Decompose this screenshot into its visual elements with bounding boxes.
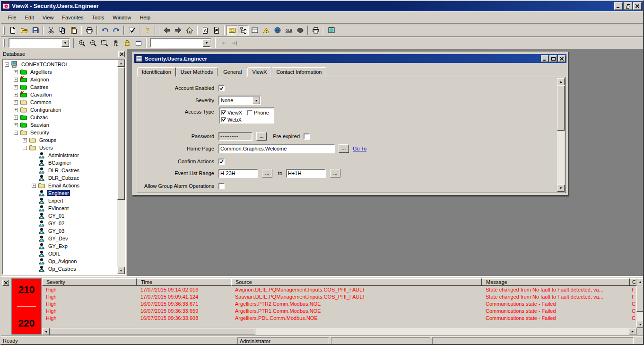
tree-toggle-icon[interactable]: + xyxy=(14,78,18,82)
access-option-phone[interactable]: Phone xyxy=(247,109,269,116)
new-document-button[interactable] xyxy=(7,25,18,35)
tree-item-gy-02[interactable]: GY_02 xyxy=(3,220,117,227)
go-to-link[interactable]: Go To xyxy=(353,146,366,151)
event-range-to-field[interactable] xyxy=(286,169,326,178)
chevron-down-icon[interactable]: ▼ xyxy=(61,39,69,47)
tree-item-engineer[interactable]: Engineer xyxy=(3,189,117,197)
database-bar-button[interactable] xyxy=(226,25,237,35)
menu-edit[interactable]: Edit xyxy=(21,13,38,22)
open-folder-button[interactable] xyxy=(18,25,29,35)
access-option-viewx[interactable]: ViewX xyxy=(221,109,247,116)
tree-item-castres[interactable]: +Castres xyxy=(3,83,117,91)
event-row[interactable]: High16/07/2015 09:36:33.608Argelliers.PD… xyxy=(42,315,636,322)
scroll-down-icon[interactable]: ▼ xyxy=(117,267,125,274)
home-button[interactable] xyxy=(184,25,195,35)
pan-button[interactable] xyxy=(110,38,121,48)
tree-item-configuration[interactable]: +Configuration xyxy=(3,106,117,114)
password-browse-button[interactable]: ... xyxy=(256,132,267,141)
tree-toggle-icon[interactable]: + xyxy=(14,70,18,74)
alarm-panel-close-button[interactable] xyxy=(2,280,9,286)
account-enabled-checkbox[interactable] xyxy=(218,85,225,91)
phone-checkbox[interactable] xyxy=(247,110,253,115)
toolbar-grip[interactable] xyxy=(3,26,5,35)
tree-item-common[interactable]: +Common xyxy=(3,98,117,106)
tree-item-cavaillon[interactable]: +Cavaillon xyxy=(3,91,117,98)
print-preview-button[interactable] xyxy=(84,25,95,35)
column-header-severity[interactable]: Severity xyxy=(42,278,137,286)
tab-identification[interactable]: Identification xyxy=(137,67,176,77)
allow-group-alarm-checkbox[interactable] xyxy=(218,183,225,189)
tree-toggle-icon[interactable]: - xyxy=(5,62,9,67)
event-row[interactable]: High17/07/2015 09:14:02.016Avignon.DEIE.… xyxy=(42,286,636,293)
page-left-button[interactable] xyxy=(218,38,228,48)
full-screen-button[interactable] xyxy=(133,38,144,48)
tree-item-groups[interactable]: +Groups xyxy=(3,136,117,144)
chevron-down-icon[interactable]: ▼ xyxy=(203,39,210,47)
webx-checkbox[interactable] xyxy=(221,117,226,123)
tree-toggle-icon[interactable]: + xyxy=(32,184,36,188)
save-button[interactable] xyxy=(30,25,41,35)
dialog-vertical-scrollbar[interactable]: ▲ ▼ xyxy=(557,78,565,192)
tab-contact-information[interactable]: Contact Information xyxy=(271,67,326,77)
tree-toggle-icon[interactable]: - xyxy=(14,131,18,135)
menu-tools[interactable]: Tools xyxy=(88,13,109,22)
tree-item-argelliers[interactable]: +Argelliers xyxy=(3,68,117,76)
tree-toggle-icon[interactable]: - xyxy=(23,146,27,150)
scroll-down-icon[interactable]: ▼ xyxy=(557,185,565,192)
event-horizontal-scrollbar[interactable]: ◄ ► xyxy=(42,328,636,335)
tree-item-gy-exp[interactable]: GY_Exp xyxy=(3,242,117,250)
tree-item-administrator[interactable]: Administrator xyxy=(3,151,117,159)
back-button[interactable] xyxy=(161,25,172,35)
event-row[interactable]: High17/07/2015 09:09:41.124Sauvian.DEIE.… xyxy=(42,293,636,301)
dialog-scroll-thumb[interactable] xyxy=(557,86,565,131)
minimize-button[interactable] xyxy=(614,2,623,10)
zoom-out-button[interactable] xyxy=(87,38,98,48)
tab-user-methods[interactable]: User Methods xyxy=(176,67,218,77)
dialog-titlebar[interactable]: Security.Users.Engineer xyxy=(134,54,566,63)
edit-check-button[interactable] xyxy=(126,25,137,35)
scroll-right-icon[interactable]: ► xyxy=(629,328,636,335)
help-button[interactable]: ? xyxy=(142,25,153,35)
lock-button[interactable] xyxy=(122,38,132,48)
password-field[interactable] xyxy=(218,132,252,141)
toolbar-combobox[interactable]: ▼ xyxy=(9,38,70,48)
tree-item-gy-dev[interactable]: GY_Dev xyxy=(3,235,117,242)
tree-item-op-avignon[interactable]: Op_Avignon xyxy=(3,257,117,265)
alarm-summary-button[interactable] xyxy=(261,25,271,35)
menu-file[interactable]: File xyxy=(4,13,21,22)
menu-help[interactable]: Help xyxy=(135,13,155,22)
pre-expired-checkbox[interactable] xyxy=(304,133,310,140)
toolbar-grip[interactable] xyxy=(3,39,5,47)
tree-item-gy-03[interactable]: GY_03 xyxy=(3,227,117,235)
tree-item-sauvian[interactable]: +Sauvian xyxy=(3,121,117,129)
tree-item-email-actions[interactable]: +Email Actions xyxy=(3,182,117,189)
restore-button[interactable] xyxy=(624,2,632,10)
tree-item-op-castres[interactable]: Op_Castres xyxy=(3,265,117,273)
redo-button[interactable] xyxy=(111,25,122,35)
tree-item-conextcontrol[interactable]: -CONEXTCONTROL xyxy=(3,61,117,68)
tree-item-dlr-castres[interactable]: DLR_Castres xyxy=(3,167,117,174)
home-page-field[interactable] xyxy=(218,144,335,153)
tree-toggle-icon[interactable]: + xyxy=(14,100,18,105)
event-range-from-field[interactable] xyxy=(218,169,258,178)
chevron-down-icon[interactable]: ▼ xyxy=(252,97,260,104)
tree-item-gy-01[interactable]: GY_01 xyxy=(3,212,117,220)
toolbar-combobox[interactable]: ▼ xyxy=(150,38,211,48)
tab-viewx[interactable]: ViewX xyxy=(247,67,271,77)
access-option-webx[interactable]: WebX xyxy=(221,116,242,123)
cut-button[interactable] xyxy=(45,25,56,35)
scroll-up-icon[interactable]: ▲ xyxy=(636,278,644,285)
scroll-down-icon[interactable]: ▼ xyxy=(636,321,644,328)
viewx-checkbox[interactable] xyxy=(221,110,226,115)
scroll-up-icon[interactable]: ▲ xyxy=(117,60,125,67)
tree-toggle-icon[interactable]: + xyxy=(14,108,18,112)
column-header-message[interactable]: Message xyxy=(482,278,630,286)
event-vertical-scrollbar[interactable]: ▲ ▼ xyxy=(636,278,644,328)
dialog-close-button[interactable] xyxy=(558,55,566,62)
tree-toggle-icon[interactable]: + xyxy=(14,93,18,97)
tree-toggle-icon[interactable]: + xyxy=(14,85,18,89)
zoom-area-button[interactable] xyxy=(99,38,110,48)
globe-button[interactable] xyxy=(272,25,283,35)
undo-button[interactable] xyxy=(99,25,110,35)
database-panel-close-button[interactable] xyxy=(118,51,125,57)
